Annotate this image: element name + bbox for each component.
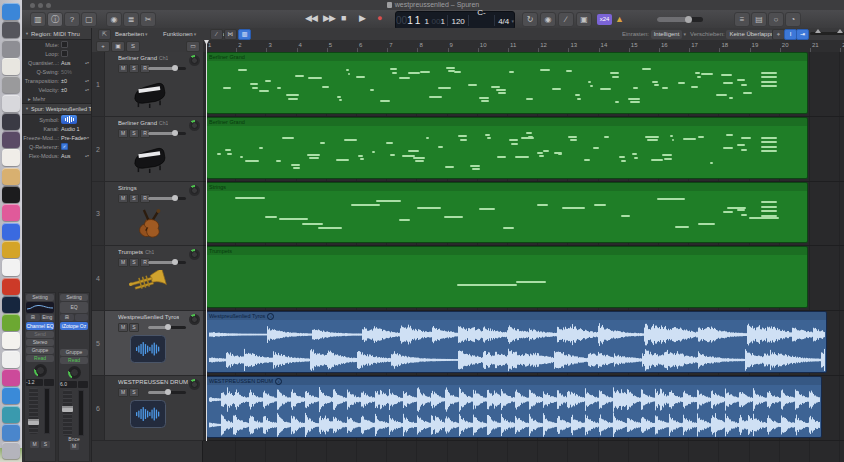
track-header-options-icon[interactable]: ▭ [186,41,200,52]
region-1[interactable]: Berliner Grand [206,52,808,114]
track-lane-6[interactable]: WESTPREUSSEN DRUMi [203,376,844,441]
inspector-row-transposition[interactable]: Transposition:±0▴▾ [22,76,91,85]
mute-button[interactable]: M [118,258,128,267]
mute-button[interactable]: M [118,388,128,397]
solo-button[interactable]: S [126,41,140,52]
dock-icon-folder-blue[interactable] [2,424,20,441]
channel-strip-track[interactable]: Setting⊞EingChannel EQSendStereoGruppeRe… [24,292,56,462]
track-volume-slider[interactable] [148,132,186,135]
region-5[interactable]: Westpreußenlied Tyrosi [206,311,827,373]
track-pan-knob[interactable] [189,185,200,196]
pan-knob[interactable] [68,366,81,379]
setting-button[interactable]: Setting [26,294,54,301]
channel-eq-button[interactable]: Channel EQ [26,322,54,330]
mute-button[interactable]: M [118,129,128,138]
stereo-button[interactable]: Stereo [26,339,54,346]
dock-icon-display[interactable] [2,95,20,112]
inspector-row-freezemod[interactable]: Freeze-Mod...:Pre-Fader▴▾ [22,133,91,142]
dock-icon-folder-teal[interactable] [2,406,20,423]
dock-icon-bitwarden[interactable] [2,296,20,313]
mute-button[interactable]: M [118,323,128,332]
izotope-oz-button[interactable]: iZotope Oz [60,322,88,330]
track-volume-slider[interactable] [148,197,186,200]
record-button[interactable]: ● [377,13,381,23]
channel-strip-output[interactable]: SettingEQ⊞iZotope OzGruppeRead6.0BnceM [58,292,90,462]
flex-icon[interactable]: ⋈ [224,29,237,40]
loop-browser-icon[interactable]: ○ [768,12,784,27]
add-track-button[interactable]: + [96,41,110,52]
read-button[interactable]: Read [26,355,54,362]
stop-button[interactable]: ■ [341,13,345,23]
dock-icon-vlc[interactable] [2,149,20,166]
quick-help-icon[interactable]: ? [64,12,80,27]
track-lane-1[interactable]: Berliner Grand [203,52,844,117]
track-header-4[interactable]: 4TrumpetsCh1MSR [92,246,203,311]
setting-button[interactable]: Setting [60,294,88,301]
track-header-1[interactable]: 1Berliner GrandCh1MSR [92,52,203,117]
track-volume-slider[interactable] [148,326,186,329]
track-lane-2[interactable]: Berliner Grand [203,117,844,182]
track-pan-knob[interactable] [189,379,200,390]
count-in-icon[interactable]: ▣ [576,12,592,27]
track-header-3[interactable]: 3StringsMSR [92,182,203,246]
editors-icon[interactable]: ✂ [140,12,156,27]
dock-icon-photos-pink[interactable] [2,204,20,221]
inspector-region-header[interactable]: ▼Region: MIDI Thru [22,28,92,40]
note-pads-icon[interactable]: ▤ [751,12,767,27]
dock-icon-notes-card[interactable] [2,332,20,349]
metronome-icon[interactable]: ▲ [615,14,624,25]
menu-bearbeiten[interactable]: Bearbeiten▾ [115,28,148,40]
dock-icon-folder-tan[interactable] [2,168,20,185]
inspector-row-loop[interactable]: Loop: [22,49,91,58]
play-button[interactable]: ▶ [359,13,365,23]
track-header-5[interactable]: 5Westpreußenlied TyrosMS [92,311,203,376]
automation-icon[interactable]: ∕ [210,29,223,40]
region-6[interactable]: WESTPREUSSEN DRUMi [206,376,822,438]
region-3[interactable]: Strings [206,182,808,243]
track-volume-slider[interactable] [148,67,186,70]
list-editors-icon[interactable]: ≡ [734,12,750,27]
playhead[interactable] [206,40,207,441]
dock-icon-camera[interactable] [2,76,20,93]
inspector-row-quantisier[interactable]: Quantisier...:Aus▴▾ [22,58,91,67]
volume-fader[interactable] [60,390,88,436]
dock-icon-trash[interactable] [2,442,20,459]
inspector-row-qreferenz[interactable]: Q-Referenz:✓ [22,142,91,151]
tuner-icon[interactable]: ∕ [558,12,574,27]
cycle-icon[interactable]: ↻ [522,12,538,27]
inspector-icon[interactable]: ⓘ [47,12,63,27]
dock-icon-video[interactable] [2,113,20,130]
track-lane-5[interactable]: Westpreußenlied Tyrosi [203,311,844,376]
smart-controls-icon[interactable]: ◉ [106,12,122,27]
lcd-mode-chevron[interactable]: ▾ [511,18,514,24]
pan-knob[interactable] [34,364,47,377]
solo-button[interactable]: S [129,64,139,73]
media-browser-icon[interactable]: ◔ [785,12,801,27]
zoom-focus-icon[interactable]: ▥ [238,29,251,40]
menu-funktionen[interactable]: Funktionen▾ [163,28,196,40]
track-pan-knob[interactable] [189,249,200,260]
region-4[interactable]: Trumpets [206,246,808,308]
inspector-row-qswing[interactable]: Q-Swing:50% [22,67,91,76]
gruppe-button[interactable]: Gruppe [60,349,88,356]
horizontal-zoom-slider[interactable] [810,32,830,35]
mute-button[interactable]: M [118,194,128,203]
inspector-row-velocity[interactable]: Velocity:±0▴▾ [22,85,91,94]
read-button[interactable]: Read [60,357,88,364]
rewind-button[interactable]: ◀◀ [305,13,317,23]
track-volume-slider[interactable] [148,391,186,394]
track-volume-slider[interactable] [148,261,186,264]
snap-menu[interactable]: Einrasten: Intelligent▾ [622,28,686,40]
dock-icon-chart-blue[interactable] [2,223,20,240]
dock-icon-disk[interactable] [2,40,20,57]
volume-fader[interactable] [26,388,54,434]
library-icon[interactable]: ▥ [30,12,46,27]
mixer-icon[interactable]: ≣ [123,12,139,27]
dock-icon-finder[interactable] [2,3,20,20]
dock-icon-pinwheel[interactable] [2,259,20,276]
gruppe-button[interactable]: Gruppe [26,347,54,354]
autopunch-icon[interactable]: ◉ [540,12,556,27]
track-nav-icon[interactable]: ⇱ [98,29,111,40]
tracks-area[interactable]: Berliner GrandBerliner GrandStringsTrump… [203,52,844,462]
dock-icon-film[interactable] [2,131,20,148]
